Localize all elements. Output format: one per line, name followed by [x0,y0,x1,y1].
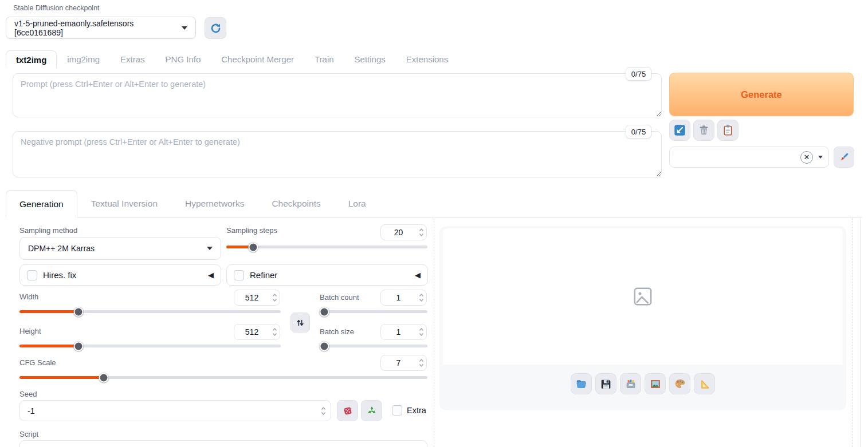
tab-lora[interactable]: Lora [335,190,380,217]
extra-seed-toggle[interactable]: Extra [392,405,426,416]
chevron-down-icon[interactable] [818,156,823,159]
swap-dimensions-button[interactable] [290,312,310,333]
generate-button[interactable]: Generate [669,73,854,116]
height-slider[interactable] [19,341,281,351]
batch-size-input[interactable] [381,327,416,337]
open-folder-icon [575,378,588,390]
seed-input[interactable] [20,406,318,416]
width-input[interactable] [234,293,269,302]
arrow-down-left-icon [674,124,686,136]
spinner-icon[interactable] [416,325,426,339]
batch-count-slider[interactable] [320,307,427,317]
slider-thumb[interactable] [249,242,258,252]
random-seed-button[interactable] [337,400,358,421]
sampling-steps-input-box [380,224,427,240]
reuse-seed-button[interactable] [361,400,382,421]
negative-prompt-input[interactable] [13,131,662,177]
batch-size-slider[interactable] [320,341,427,351]
tab-extras[interactable]: Extras [110,50,155,68]
tab-textual-inversion[interactable]: Textual Inversion [77,190,171,217]
output-buttons-row [439,373,846,394]
send-to-inpaint-button[interactable] [669,373,690,394]
spinner-icon[interactable] [416,355,426,370]
save-icon [600,378,612,390]
hires-fix-checkbox[interactable] [27,270,37,280]
refiner-toggle[interactable]: Refiner ◀ [226,264,428,286]
save-button[interactable] [595,373,616,394]
slider-track[interactable] [320,345,427,347]
script-dropdown[interactable] [19,440,427,447]
refresh-icon [210,22,222,34]
batch-size-input-box [380,324,427,340]
paintbrush-icon [838,151,850,164]
width-input-box [234,290,280,306]
batch-count-input[interactable] [381,293,416,302]
slider-track[interactable] [320,310,427,313]
refresh-checkpoint-button[interactable] [205,17,226,39]
height-input-box [234,324,280,340]
cfg-scale-input[interactable] [381,358,416,367]
seed-label: Seed [19,390,37,398]
batch-count-input-box [380,290,427,306]
slider-thumb[interactable] [320,307,329,317]
collapse-left-icon[interactable]: ◀ [208,271,214,279]
send-to-extras-button[interactable] [694,373,715,394]
script-label: Script [19,430,38,438]
stable-diffusion-webui: Stable Diffusion checkpoint v1-5-pruned-… [0,0,868,447]
checkpoint-dropdown[interactable]: v1-5-pruned-emaonly.safetensors [6ce0161… [6,17,196,39]
slider-fill [19,376,104,379]
spinner-icon[interactable] [416,290,426,305]
send-to-img2img-button[interactable] [645,373,666,394]
extra-checkbox[interactable] [392,405,402,416]
cfg-scale-slider[interactable] [19,373,427,382]
column-divider [852,218,853,447]
slider-thumb[interactable] [320,341,329,351]
apply-styles-button[interactable] [717,120,739,141]
tab-train[interactable]: Train [304,50,344,68]
edit-styles-button[interactable] [834,147,854,168]
save-zip-icon [625,378,637,390]
chevron-down-icon [182,26,187,30]
sampling-steps-input[interactable] [381,228,416,237]
tab-img2img[interactable]: img2img [57,50,110,68]
output-image-area[interactable] [443,228,843,365]
slider-thumb[interactable] [74,341,84,351]
spinner-icon[interactable] [318,401,328,421]
clear-prompt-button[interactable] [693,120,714,141]
sampling-steps-slider[interactable] [226,242,427,252]
tab-generation[interactable]: Generation [6,190,77,218]
tab-checkpoints[interactable]: Checkpoints [258,190,334,217]
sampling-method-dropdown[interactable]: DPM++ 2M Karras [19,237,221,260]
read-parameters-button[interactable] [669,120,690,141]
tab-txt2img[interactable]: txt2img [6,50,57,68]
spinner-icon[interactable] [269,290,280,305]
width-slider[interactable] [19,307,281,317]
tab-extensions[interactable]: Extensions [396,50,458,68]
slider-thumb[interactable] [74,307,84,317]
collapse-left-icon[interactable]: ◀ [415,271,421,279]
x-circle-icon[interactable]: ✕ [800,151,813,164]
refiner-checkbox[interactable] [234,270,244,280]
slider-thumb[interactable] [99,373,109,382]
spinner-icon[interactable] [269,325,280,339]
prompt-input[interactable] [13,73,662,117]
panel-border [860,218,861,447]
recycle-icon [366,405,378,417]
sampling-method-label: Sampling method [19,226,77,235]
open-folder-button[interactable] [571,373,592,394]
tab-checkpoint-merger[interactable]: Checkpoint Merger [211,50,304,68]
checkpoint-label: Stable Diffusion checkpoint [13,4,100,12]
prompt-utility-buttons [669,120,739,141]
tab-settings[interactable]: Settings [344,50,396,68]
tab-png-info[interactable]: PNG Info [155,50,211,68]
tab-hypernetworks[interactable]: Hypernetworks [171,190,258,217]
save-zip-button[interactable] [620,373,641,394]
main-tab-bar: txt2img img2img Extras PNG Info Checkpoi… [6,50,458,68]
sub-tab-bar: Generation Textual Inversion Hypernetwor… [6,190,862,218]
results-panel [439,226,846,410]
styles-dropdown[interactable]: ✕ [669,147,829,168]
hires-fix-toggle[interactable]: Hires. fix ◀ [19,264,221,286]
negative-token-counter: 0/75 [626,125,651,139]
height-input[interactable] [234,327,269,337]
spinner-icon[interactable] [416,225,426,240]
